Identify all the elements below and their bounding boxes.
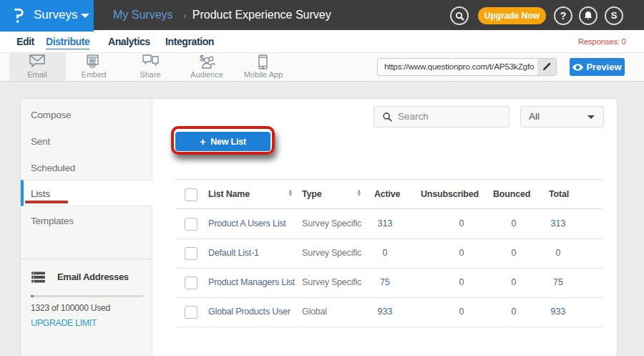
svg-text:$: $ [200,54,204,62]
